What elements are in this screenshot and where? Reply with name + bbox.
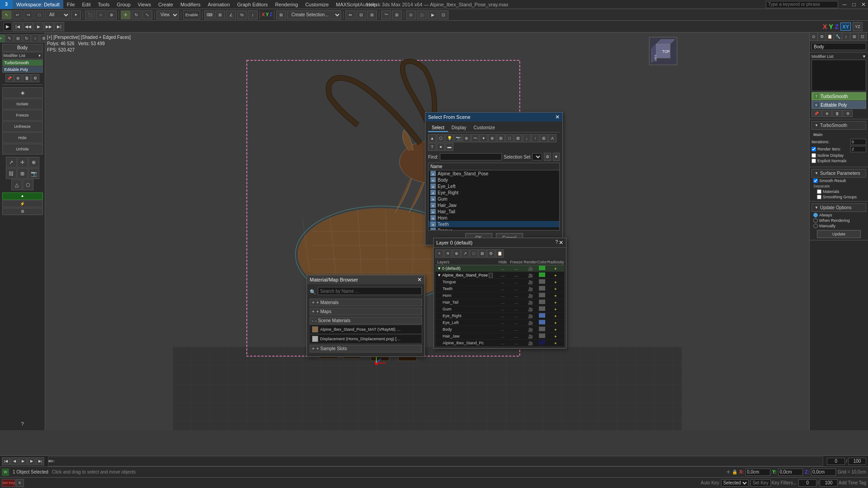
undo-btn[interactable]: ↩ bbox=[13, 10, 23, 19]
quick-render-btn[interactable]: ⚡ bbox=[2, 200, 43, 207]
cameras-filter-btn[interactable]: 📷 bbox=[454, 134, 462, 142]
layer-dialog-titlebar[interactable]: Layer 0 (default) ? ✕ bbox=[434, 238, 566, 248]
workspace-selector[interactable]: Workspace: Default bbox=[13, 0, 63, 9]
unhide-btn[interactable]: Unhide bbox=[2, 144, 43, 155]
right-icon-2[interactable]: ⚙ bbox=[818, 33, 826, 41]
named-selection-dropdown[interactable]: Create Selection... bbox=[287, 10, 341, 19]
spinner-snap-btn[interactable]: ↕ bbox=[248, 10, 258, 19]
modifier-btn-1[interactable]: 📌 bbox=[811, 110, 821, 117]
close-button[interactable]: ✕ bbox=[859, 0, 868, 9]
material-dialog-titlebar[interactable]: Material/Map Browser ✕ bbox=[307, 275, 425, 284]
current-frame-input[interactable] bbox=[827, 458, 845, 465]
list-item-tongue[interactable]: ▲ Tongue bbox=[429, 227, 559, 230]
editpoly-modifier-row[interactable]: E Editable Poly bbox=[811, 101, 866, 109]
timeline-prev-btn[interactable]: |◀ bbox=[2, 457, 10, 465]
timeline-ruler[interactable]: 0 10 20 30 40 50 60 70 80 90 100 bbox=[48, 456, 823, 466]
yz-plane-btn[interactable]: YZ bbox=[853, 22, 863, 31]
menu-maxscript[interactable]: MAXScript bbox=[332, 0, 363, 9]
list-item-hairjaw[interactable]: ▲ Hair_Jaw bbox=[429, 202, 559, 208]
x-coord-input[interactable] bbox=[745, 469, 770, 476]
timeline-play-btn[interactable]: ▶ bbox=[19, 457, 27, 465]
menu-rendering[interactable]: Rendering bbox=[271, 0, 302, 9]
render-iters-input[interactable] bbox=[850, 146, 866, 152]
selection-set-dropdown[interactable] bbox=[532, 153, 542, 160]
sort-alpha-btn[interactable]: A bbox=[548, 134, 557, 142]
render-setup-btn[interactable]: 🎥 bbox=[417, 10, 427, 19]
select-obj-btn[interactable]: □ bbox=[34, 10, 44, 19]
curve-editor-btn[interactable]: 〜 bbox=[381, 10, 391, 19]
maximize-button[interactable]: □ bbox=[849, 0, 859, 9]
select-dialog-close-btn[interactable]: ✕ bbox=[555, 114, 560, 120]
material-search-input[interactable] bbox=[318, 287, 422, 295]
selection-set-menu-btn[interactable]: ▼ bbox=[553, 153, 560, 161]
particles-filter-btn[interactable]: ✦ bbox=[480, 134, 488, 142]
snap-toggle-btn[interactable]: ⊞ bbox=[215, 10, 225, 19]
object-color-btn[interactable]: ◈ bbox=[2, 87, 43, 98]
modifier-btn-4[interactable]: ⚙ bbox=[843, 110, 853, 117]
display-tab[interactable]: ○ bbox=[31, 34, 39, 42]
isolate-btn[interactable]: Isolate bbox=[2, 99, 43, 109]
prev-key-btn[interactable]: ◀◀ bbox=[23, 22, 33, 31]
total-frames-input[interactable] bbox=[848, 458, 866, 465]
turbos-modifier-row[interactable]: T TurboSmooth bbox=[811, 92, 866, 100]
key-mode-btn[interactable]: K bbox=[16, 479, 24, 487]
sort-size-btn[interactable]: ▬ bbox=[445, 143, 453, 151]
object-name-input[interactable] bbox=[811, 43, 866, 50]
layer-row-eyeleft[interactable]: Eye_Left — — 🎥 ✦ bbox=[435, 319, 564, 326]
helpers-filter-btn[interactable]: ⊕ bbox=[462, 134, 471, 142]
y-coord-input[interactable] bbox=[778, 469, 803, 476]
material-item-2[interactable]: Displacement (Horns_Displacement.png) [H… bbox=[310, 334, 422, 343]
search-input[interactable] bbox=[766, 1, 838, 8]
keyboard-shortcut-btn[interactable]: ⌨ bbox=[204, 10, 214, 19]
paint-select-btn[interactable]: ⊕ bbox=[107, 10, 117, 19]
layer-row-gum[interactable]: Gum — — 🎥 ✦ bbox=[435, 306, 564, 313]
isoline-checkbox[interactable] bbox=[811, 153, 816, 158]
menu-graph-editors[interactable]: Graph Editors bbox=[234, 0, 272, 9]
editpoly-modifier-item[interactable]: Editable Poly bbox=[2, 66, 43, 73]
percent-snap-btn[interactable]: % bbox=[237, 10, 247, 19]
create-tab[interactable]: + bbox=[0, 34, 5, 42]
selection-set-settings-btn[interactable]: ⚙ bbox=[544, 153, 551, 161]
update-header[interactable]: ▼ Update Options bbox=[811, 203, 866, 212]
materials-checkbox[interactable] bbox=[817, 189, 821, 194]
smooth-result-checkbox[interactable] bbox=[813, 178, 818, 183]
merge-btn[interactable]: ⊞ bbox=[478, 249, 486, 258]
render-settings-btn[interactable]: ⚙ bbox=[2, 208, 43, 215]
menu-tools[interactable]: Tools bbox=[94, 0, 113, 9]
add-selection-btn[interactable]: ⊕ bbox=[453, 249, 461, 258]
layer-row-tongue[interactable]: Tongue — — 🎥 ✦ bbox=[435, 279, 564, 286]
list-item-eyeright[interactable]: ▲ Eye_Right bbox=[429, 189, 559, 196]
mirror-btn[interactable]: ⇔ bbox=[345, 10, 355, 19]
list-item-alpine[interactable]: ▲ Alpine_Ibex_Stand_Pose bbox=[429, 170, 559, 177]
select-icon[interactable]: ↗ bbox=[6, 157, 17, 168]
select-filter-btn[interactable]: ✦ bbox=[71, 10, 81, 19]
set-key-filters-btn[interactable]: Set Key bbox=[750, 479, 771, 487]
sort-type-btn[interactable]: T bbox=[428, 143, 436, 151]
layer-row-alpine[interactable]: ▼ Alpine_Ibex_Stand_Pose □ — — 🎥 ✦ bbox=[435, 272, 564, 279]
spacewarp-filter-btn[interactable]: 〜 bbox=[471, 134, 479, 142]
menu-file[interactable]: File bbox=[63, 0, 79, 9]
lasso-btn[interactable]: ○ bbox=[96, 10, 106, 19]
compound-icon[interactable]: ⬡ bbox=[23, 179, 33, 190]
key-filters-btn[interactable]: Key Filters... bbox=[772, 480, 797, 485]
align-btn[interactable]: ⊟ bbox=[356, 10, 366, 19]
modifier-list-dropdown-btn[interactable]: ▼ bbox=[862, 54, 866, 59]
rotate-btn[interactable]: ↻ bbox=[132, 10, 142, 19]
select-all-btn[interactable]: ⊞ bbox=[497, 134, 505, 142]
menu-edit[interactable]: Edit bbox=[79, 0, 94, 9]
menu-animation[interactable]: Animation bbox=[204, 0, 234, 9]
menu-views[interactable]: Views bbox=[134, 0, 155, 9]
time-frame-input[interactable] bbox=[798, 479, 816, 487]
render-frame-btn[interactable]: ▶ bbox=[428, 10, 438, 19]
list-item-teeth[interactable]: ▲ Teeth bbox=[429, 221, 559, 227]
right-icon-7[interactable]: ⊡ bbox=[859, 33, 867, 41]
help-icon[interactable]: ? bbox=[21, 421, 24, 428]
link-icon[interactable]: ⛓ bbox=[6, 168, 17, 179]
layer-row-teeth[interactable]: Teeth — — 🎥 ✦ bbox=[435, 286, 564, 292]
display-subtree-btn[interactable]: ⊞ bbox=[540, 134, 548, 142]
array-icon[interactable]: ⊞ bbox=[17, 168, 28, 179]
z-coord-input[interactable] bbox=[811, 469, 836, 476]
xy-plane-btn[interactable]: XY bbox=[840, 23, 851, 31]
material-editor-btn[interactable]: ⊙ bbox=[406, 10, 416, 19]
manually-radio[interactable] bbox=[813, 224, 818, 228]
